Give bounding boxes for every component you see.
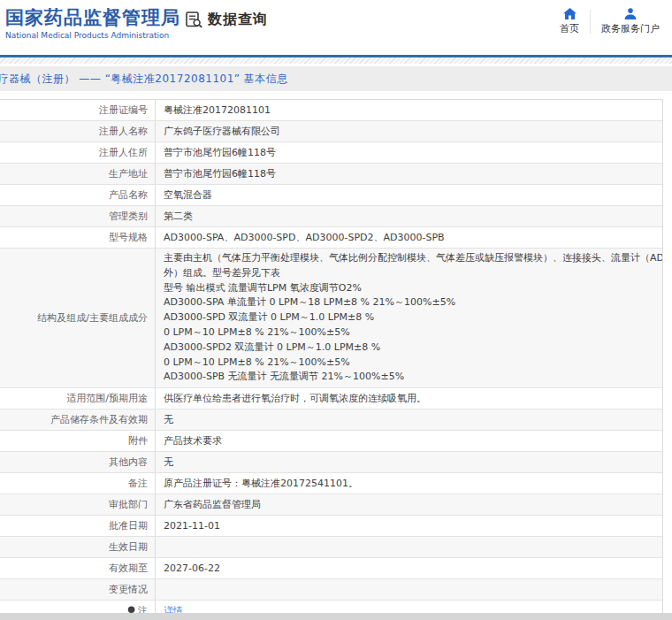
table-row: 产品储存条件及有效期无 [0,410,662,431]
composition-line: 型号 输出模式 流量调节LPM 氧浓度调节O2% [164,281,662,296]
user-icon [624,8,637,19]
row-label: 变更情况 [0,579,156,600]
table-row: 注册证编号粤械注准20172081101 [0,100,662,121]
row-label: 型号规格 [0,227,156,248]
row-value: 2027-06-22 [156,558,662,578]
nav-portal-label: 政务服务门户 [601,22,660,35]
row-label-text: 产品名称 [109,188,148,202]
data-query-label: 数据查询 [208,11,268,29]
composition-line: 外）组成。型号差异见下表 [164,266,662,281]
row-label: 审批部门 [0,494,156,515]
row-value: 空氧混合器 [156,185,662,205]
composition-line: 主要由主机（气体压力平衡处理模块、气体比例分配控制模块、气体差压或缺压报警模块）… [164,251,662,266]
row-value: 2021-11-01 [156,516,662,536]
table-row: 注册人住所普宁市池尾竹园6幢118号 [0,142,662,164]
row-label: 其他内容 [0,452,156,472]
nav-portal[interactable]: 政务服务门户 [591,6,670,37]
table-row: 型号规格AD3000-SPA、AD3000-SPD、AD3000-SPD2、AD… [0,227,662,249]
row-label: 附件 [0,431,156,451]
row-value: 普宁市池尾竹园6幢118号 [156,164,662,184]
row-value: 无 [156,410,662,430]
row-label-text: 注册人名称 [99,125,148,138]
row-label-text: 型号规格 [109,231,148,244]
row-label: 生产地址 [0,164,156,184]
row-label-text: 有效期至 [109,562,148,575]
row-label: 注册人住所 [0,142,156,163]
row-label-text: 生产地址 [109,167,148,180]
row-label-text: 其他内容 [109,455,148,469]
row-label-text: 备注 [128,477,148,490]
composition-line: 0 LPM～10 LPM±8 % 21%～100%±5% [164,325,662,341]
row-label: 管理类别 [0,206,156,226]
row-label: 有效期至 [0,558,156,578]
row-label-text: 变更情况 [109,583,148,596]
table-row: 变更情况 [0,579,662,601]
row-value-multiline: 主要由主机（气体压力平衡处理模块、气体比例分配控制模块、气体差压或缺压报警模块）… [156,249,662,387]
logo-title: 国家药品监督管理局 [5,7,180,28]
row-value: 原产品注册证号：粤械注准20172541101。 [156,473,662,494]
table-row: 产品名称空氧混合器 [0,185,662,206]
table-row: 批准日期2021-11-01 [0,516,662,537]
hatched-strip [0,57,672,64]
row-value [156,537,662,557]
row-label-text: 附件 [128,434,148,448]
site-header: 国家药品监督管理局 National Medical Products Admi… [0,0,672,55]
table-row: 生效日期 [0,537,662,558]
composition-line: AD3000-SPD2 双流量计 0 LPM～1.0 LPM±8 % [164,341,662,356]
row-label: 备注 [0,473,156,494]
row-value [156,579,662,600]
table-row: 管理类别第二类 [0,206,662,227]
row-label: 适用范围/预期用途 [0,388,156,409]
table-row: 结构及组成/主要组成成分主要由主机（气体压力平衡处理模块、气体比例分配控制模块、… [0,249,662,388]
row-value: 第二类 [156,206,662,226]
info-table: 注册证编号粤械注准20172081101注册人名称广东鸽子医疗器械有限公司注册人… [0,99,663,620]
header-nav: 首页 政务服务门户 [549,6,670,37]
row-value: 普宁市池尾竹园6幢118号 [156,142,662,163]
table-row: 备注原产品注册证号：粤械注准20172541101。 [0,473,662,494]
row-label-text: 产品储存条件及有效期 [50,413,148,426]
row-label: 注册证编号 [0,100,156,120]
table-row: 生产地址普宁市池尾竹园6幢118号 [0,164,662,185]
breadcrumb-bar: 医疗器械（注册） —— “粤械注准20172081101” 基本信息 [0,66,672,91]
logo-subtitle: National Medical Products Administration [5,31,180,40]
row-label: 结构及组成/主要组成成分 [0,249,156,387]
row-value: 产品技术要求 [156,431,662,451]
row-value: 供医疗单位给患者进行氧治疗时，可调氧浓度的连续吸氧用。 [156,388,662,409]
table-row: 注册人名称广东鸽子医疗器械有限公司 [0,121,662,142]
row-value: AD3000-SPA、AD3000-SPD、AD3000-SPD2、AD3000… [156,227,662,248]
table-row: 适用范围/预期用途供医疗单位给患者进行氧治疗时，可调氧浓度的连续吸氧用。 [0,388,662,410]
breadcrumb: 医疗器械（注册） —— “粤械注准20172081101” 基本信息 [0,72,288,87]
row-label-text: 结构及组成/主要组成成分 [37,311,148,325]
row-label-text: 注册人住所 [99,146,148,159]
page-footer-strip [0,613,672,620]
row-value: 广东省药品监督管理局 [156,494,662,515]
table-row: 附件产品技术要求 [0,431,662,452]
row-value: 广东鸽子医疗器械有限公司 [156,121,662,142]
row-label: 产品名称 [0,185,156,205]
composition-line: AD3000-SPD 双流量计 0 LPM～1.0 LPM±8 % [164,310,662,325]
data-query-section[interactable]: 数据查询 [186,11,268,29]
table-row: 审批部门广东省药品监督管理局 [0,494,662,516]
row-value: 无 [156,452,662,472]
nmpa-logo[interactable]: 国家药品监督管理局 National Medical Products Admi… [5,7,180,40]
table-row: 有效期至2027-06-22 [0,558,662,579]
composition-line: AD3000-SPA 单流量计 0 LPM～18 LPM±8 % 21%～100… [164,295,662,310]
row-label-text: 管理类别 [109,210,148,223]
row-label-text: 适用范围/预期用途 [66,392,148,405]
row-label: 产品储存条件及有效期 [0,410,156,430]
row-label: 注册人名称 [0,121,156,142]
nav-home[interactable]: 首页 [549,6,590,37]
composition-line: 0 LPM～10 LPM±8 % 21%～100%±5% [164,356,662,371]
row-label-text: 注册证编号 [99,103,148,117]
data-query-icon [186,11,203,28]
row-label: 生效日期 [0,537,156,557]
composition-line: AD3000-SPB 无流量计 无流量调节 21%～100%±5% [164,370,662,385]
row-label-text: 生效日期 [109,540,148,554]
row-label: 批准日期 [0,516,156,536]
row-label-text: 审批部门 [109,498,148,511]
row-label-text: 批准日期 [109,519,148,532]
table-row: 其他内容无 [0,452,662,473]
nav-home-label: 首页 [560,22,579,35]
home-icon [563,8,577,19]
row-value: 粤械注准20172081101 [156,100,662,120]
